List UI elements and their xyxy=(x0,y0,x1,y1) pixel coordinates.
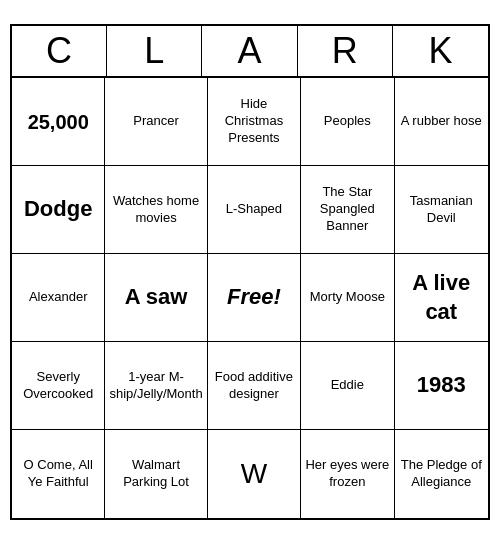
header-letter-k: K xyxy=(393,26,488,76)
cell-r1-c3: The Star Spangled Banner xyxy=(301,166,394,254)
cell-r3-c4: 1983 xyxy=(395,342,488,430)
header-letter-l: L xyxy=(107,26,202,76)
cell-r4-c4: The Pledge of Allegiance xyxy=(395,430,488,518)
header-letter-r: R xyxy=(298,26,393,76)
cell-r1-c2: L-Shaped xyxy=(208,166,301,254)
cell-r0-c2: Hide Christmas Presents xyxy=(208,78,301,166)
cell-r4-c2: W xyxy=(208,430,301,518)
cell-r0-c4: A rubber hose xyxy=(395,78,488,166)
bingo-card: CLARK 25,000PrancerHide Christmas Presen… xyxy=(10,24,490,520)
cell-r1-c0: Dodge xyxy=(12,166,105,254)
cell-r4-c1: Walmart Parking Lot xyxy=(105,430,207,518)
cell-r2-c1: A saw xyxy=(105,254,207,342)
cell-r3-c1: 1-year M-ship/Jelly/Month xyxy=(105,342,207,430)
cell-r2-c4: A live cat xyxy=(395,254,488,342)
cell-r4-c0: O Come, All Ye Faithful xyxy=(12,430,105,518)
header-letter-a: A xyxy=(202,26,297,76)
cell-r3-c3: Eddie xyxy=(301,342,394,430)
cell-r2-c2: Free! xyxy=(208,254,301,342)
cell-r1-c4: Tasmanian Devil xyxy=(395,166,488,254)
cell-r3-c2: Food additive designer xyxy=(208,342,301,430)
cell-r1-c1: Watches home movies xyxy=(105,166,207,254)
cell-r2-c0: Alexander xyxy=(12,254,105,342)
bingo-header: CLARK xyxy=(12,26,488,78)
header-letter-c: C xyxy=(12,26,107,76)
bingo-grid: 25,000PrancerHide Christmas PresentsPeop… xyxy=(12,78,488,518)
cell-r3-c0: Severly Overcooked xyxy=(12,342,105,430)
cell-r4-c3: Her eyes were frozen xyxy=(301,430,394,518)
cell-r0-c1: Prancer xyxy=(105,78,207,166)
cell-r0-c0: 25,000 xyxy=(12,78,105,166)
cell-r0-c3: Peoples xyxy=(301,78,394,166)
cell-r2-c3: Morty Moose xyxy=(301,254,394,342)
